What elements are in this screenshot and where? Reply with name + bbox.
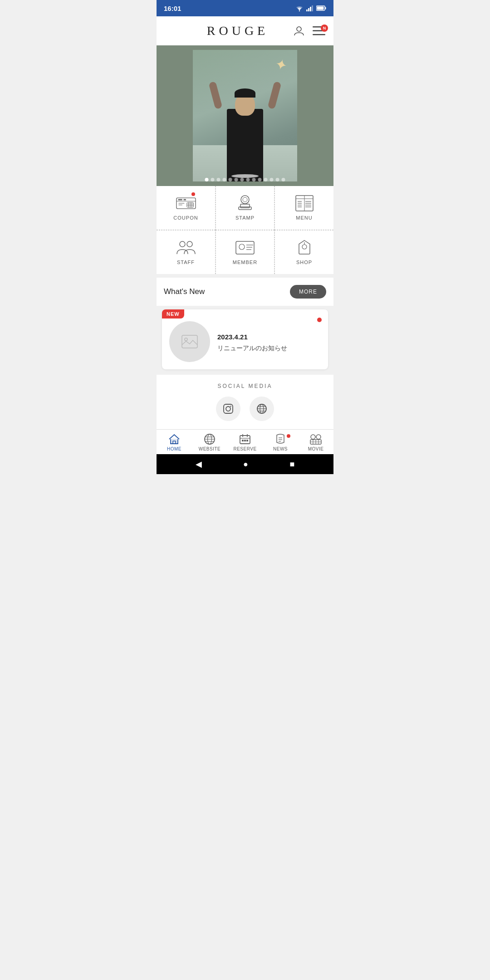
nav-item-reserve[interactable]: RESERVE [231, 433, 259, 451]
grid-item-stamp[interactable]: STAMP [216, 186, 274, 230]
svg-point-76 [316, 435, 321, 439]
battery-icon [316, 5, 326, 11]
nav-item-news[interactable]: NEWS [267, 433, 294, 451]
icon-grid: COUPON STAMP [157, 186, 333, 274]
svg-rect-2 [308, 8, 309, 11]
website-social-button[interactable] [250, 397, 274, 421]
nav-item-website[interactable]: WEBSITE [196, 433, 223, 451]
shop-icon [294, 240, 314, 256]
svg-rect-70 [244, 440, 246, 441]
svg-point-0 [299, 10, 300, 11]
carousel-dot-10[interactable] [264, 178, 268, 181]
carousel-dot-3[interactable] [223, 178, 226, 181]
news-card[interactable]: NEW 2023.4.21 リニューアルのお知らせ [162, 309, 328, 369]
coupon-label: COUPON [173, 215, 198, 220]
signal-icon [306, 5, 314, 11]
whats-new-title: What's New [164, 287, 205, 296]
wifi-icon [295, 5, 304, 11]
nav-item-movie[interactable]: MOVIE [302, 433, 329, 451]
carousel-dot-1[interactable] [211, 178, 215, 181]
svg-rect-1 [306, 10, 308, 11]
nav-item-home[interactable]: HOME [161, 433, 188, 451]
svg-point-51 [226, 407, 230, 411]
grid-item-staff[interactable]: STAFF [157, 230, 216, 274]
carousel-dot-9[interactable] [258, 178, 262, 181]
svg-point-42 [239, 244, 245, 250]
menu-label: MENU [296, 215, 312, 220]
header-icons: N [293, 24, 325, 37]
staff-label: STAFF [177, 260, 195, 265]
menu-icon-button[interactable]: N [313, 26, 325, 35]
grid-item-shop[interactable]: SHOP [274, 230, 333, 274]
news-text: リニューアルのお知らせ [217, 344, 321, 353]
news-badge: NEW [162, 309, 184, 318]
movie-nav-label: MOVIE [308, 446, 324, 451]
svg-point-40 [187, 241, 192, 247]
svg-rect-50 [224, 404, 233, 413]
grid-item-member[interactable]: MEMBER [216, 230, 274, 274]
svg-point-26 [241, 196, 249, 204]
svg-rect-14 [178, 199, 182, 201]
member-icon [235, 240, 255, 256]
news-nav-label: NEWS [273, 446, 288, 451]
shop-label: SHOP [296, 260, 312, 265]
carousel-dots [205, 178, 285, 181]
svg-point-8 [297, 27, 301, 31]
social-icons [165, 397, 325, 421]
coupon-icon [176, 195, 196, 211]
carousel-dot-7[interactable] [246, 178, 250, 181]
hero-carousel[interactable]: ✦ [157, 45, 333, 186]
grid-item-coupon[interactable]: COUPON [157, 186, 216, 230]
svg-rect-6 [325, 7, 326, 10]
profile-icon-button[interactable] [293, 24, 305, 37]
website-icon [204, 433, 216, 445]
header: ROUGE N [157, 16, 333, 45]
back-button[interactable]: ◀ [196, 459, 202, 469]
svg-rect-25 [240, 204, 250, 208]
svg-rect-58 [171, 439, 178, 444]
reserve-icon [239, 433, 251, 445]
stamp-icon [235, 195, 255, 211]
coupon-new-dot [191, 192, 195, 196]
staff-icon [176, 240, 196, 256]
social-section: SOCIAL MEDIA [157, 375, 333, 429]
news-icon [274, 433, 286, 445]
carousel-dot-11[interactable] [270, 178, 274, 181]
notification-badge: N [321, 24, 328, 32]
more-button[interactable]: MORE [290, 285, 326, 299]
news-date: 2023.4.21 [217, 333, 321, 341]
svg-point-27 [243, 197, 247, 202]
svg-rect-15 [183, 199, 186, 201]
svg-point-39 [180, 241, 185, 247]
carousel-dot-2[interactable] [217, 178, 220, 181]
carousel-image: ✦ [157, 45, 333, 186]
carousel-dot-5[interactable] [235, 178, 238, 181]
home-button[interactable]: ● [243, 460, 248, 469]
carousel-dot-12[interactable] [276, 178, 279, 181]
carousel-dot-4[interactable] [229, 178, 232, 181]
stamp-label: STAMP [235, 215, 255, 220]
svg-point-75 [311, 435, 315, 439]
website-nav-label: WEBSITE [199, 446, 221, 451]
svg-rect-11 [313, 34, 325, 35]
svg-rect-4 [312, 5, 313, 11]
android-navigation-bar: ◀ ● ■ [157, 454, 333, 474]
recents-button[interactable]: ■ [289, 460, 294, 469]
menu-grid-icon [294, 195, 314, 211]
home-nav-label: HOME [167, 446, 181, 451]
grid-item-menu[interactable]: MENU [274, 186, 333, 230]
carousel-dot-0[interactable] [205, 178, 209, 181]
svg-rect-3 [310, 7, 311, 11]
carousel-dot-13[interactable] [282, 178, 285, 181]
svg-rect-71 [246, 440, 248, 441]
status-icons [295, 5, 326, 11]
news-content: 2023.4.21 リニューアルのお知らせ [217, 327, 321, 353]
app-logo: ROUGE [207, 24, 269, 38]
news-unread-dot [317, 318, 322, 322]
news-nav-dot [287, 434, 290, 438]
member-label: MEMBER [233, 260, 257, 265]
carousel-dot-6[interactable] [240, 178, 244, 181]
status-time: 16:01 [164, 5, 181, 12]
carousel-dot-8[interactable] [252, 178, 256, 181]
instagram-button[interactable] [216, 397, 240, 421]
